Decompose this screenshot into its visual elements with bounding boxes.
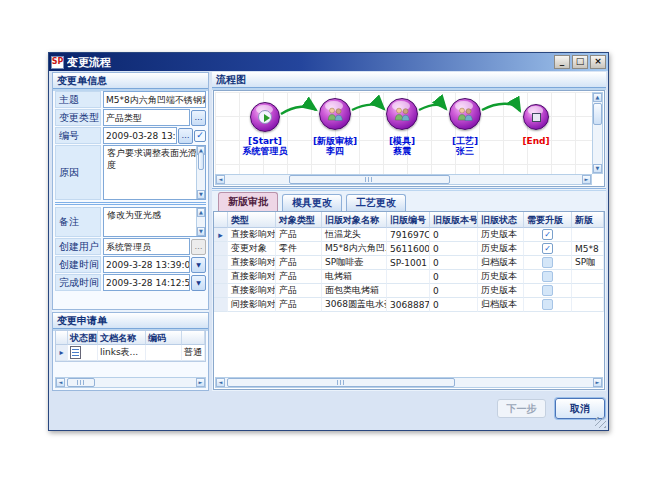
flow-node-users[interactable]: [386, 98, 418, 130]
impact-table-hscrollbar[interactable]: ◄ ►: [215, 377, 603, 388]
cell-r4-c7[interactable]: [524, 270, 572, 284]
cell-r5-c5[interactable]: 0: [430, 284, 478, 298]
code-cell[interactable]: [146, 345, 182, 361]
cell-r5-c2[interactable]: 产品: [276, 284, 322, 298]
cell-r3-c7[interactable]: [524, 256, 572, 270]
finish-time-input[interactable]: 2009-3-28 14:12:50: [103, 274, 190, 291]
upgrade-checkbox-unchecked[interactable]: [542, 299, 553, 310]
cell-r5-c6[interactable]: 历史版本: [478, 284, 524, 298]
scroll-left-icon[interactable]: ◄: [216, 378, 225, 387]
create-time-input[interactable]: 2009-3-28 13:39:01: [103, 256, 190, 273]
scroll-right-icon[interactable]: ►: [582, 175, 591, 184]
cell-r1-c8[interactable]: [572, 228, 604, 242]
doc-name-cell[interactable]: links表...: [98, 345, 146, 361]
reason-scrollbar[interactable]: ▲ ▼: [196, 146, 205, 199]
cancel-button[interactable]: 取消: [555, 398, 605, 419]
flow-vscrollbar[interactable]: ▲ ▼: [592, 92, 603, 174]
cell-r4-c4[interactable]: [387, 270, 430, 284]
cell-r3-c2[interactable]: 产品: [276, 256, 322, 270]
cell-r3-c5[interactable]: 0: [430, 256, 478, 270]
change-type-browse-button[interactable]: …: [191, 110, 206, 126]
resize-grip[interactable]: [595, 417, 606, 428]
doc-cell[interactable]: [68, 345, 98, 361]
close-button[interactable]: ×: [590, 55, 606, 69]
number-browse-button[interactable]: …: [178, 128, 193, 144]
minimize-button[interactable]: _: [554, 55, 570, 69]
cell-r6-c6[interactable]: 归档版本: [478, 298, 524, 312]
cell-r1-c4[interactable]: 791697C: [387, 228, 430, 242]
flow-node-users[interactable]: [319, 98, 351, 130]
cell-r3-c8[interactable]: SP咖: [572, 256, 604, 270]
upgrade-checkbox-unchecked[interactable]: [542, 285, 553, 296]
cell-r3-c6[interactable]: 归档版本: [478, 256, 524, 270]
scroll-down-icon[interactable]: ▼: [197, 227, 205, 236]
upgrade-checkbox-unchecked[interactable]: [542, 257, 553, 268]
cell-r1-c7[interactable]: ✓: [524, 228, 572, 242]
number-checkbox[interactable]: ✓: [194, 130, 206, 142]
tab-1[interactable]: 新版审批: [218, 192, 278, 211]
cell-r1-c1[interactable]: 直接影响对象: [228, 228, 276, 242]
cell-r2-c7[interactable]: ✓: [524, 242, 572, 256]
cell-r3-c1[interactable]: 直接影响对象: [228, 256, 276, 270]
cell-r1-c3[interactable]: 恒温龙头: [322, 228, 387, 242]
finish-time-dropdown-icon[interactable]: ▼: [191, 275, 206, 291]
cell-r6-c1[interactable]: 间接影响对象: [228, 298, 276, 312]
scroll-up-icon[interactable]: ▲: [197, 208, 205, 217]
cell-r5-c7[interactable]: [524, 284, 572, 298]
maximize-button[interactable]: □: [572, 55, 588, 69]
cell-r2-c3[interactable]: M5*8内六角凹...: [322, 242, 387, 256]
flow-node-start[interactable]: [250, 102, 280, 132]
cell-r6-c2[interactable]: 产品: [276, 298, 322, 312]
scroll-right-icon[interactable]: ►: [593, 378, 602, 387]
cell-r6-c8[interactable]: [572, 298, 604, 312]
cell-r3-c3[interactable]: SP咖啡壶: [322, 256, 387, 270]
cell-r4-c1[interactable]: 直接影响对象: [228, 270, 276, 284]
cell-r4-c8[interactable]: [572, 270, 604, 284]
scroll-thumb[interactable]: [289, 175, 450, 184]
cell-r5-c4[interactable]: [387, 284, 430, 298]
cell-r1-c2[interactable]: 产品: [276, 228, 322, 242]
creator-browse-button[interactable]: …: [191, 239, 206, 255]
cell-r2-c6[interactable]: 历史版本: [478, 242, 524, 256]
cell-r4-c5[interactable]: 0: [430, 270, 478, 284]
scroll-up-icon[interactable]: ▲: [593, 93, 602, 102]
cell-r2-c8[interactable]: M5*8: [572, 242, 604, 256]
cell-r6-c7[interactable]: [524, 298, 572, 312]
cell-r6-c4[interactable]: 3068887: [387, 298, 430, 312]
upgrade-checkbox-checked[interactable]: ✓: [542, 229, 553, 240]
upgrade-checkbox-checked[interactable]: ✓: [542, 243, 553, 254]
subject-input[interactable]: M5*8内六角凹端不锈钢紧固螺钉: [103, 91, 206, 108]
remark-scrollbar[interactable]: ▲ ▼: [196, 208, 205, 236]
scroll-left-icon[interactable]: ◄: [216, 175, 225, 184]
scroll-thumb[interactable]: [67, 378, 95, 387]
scroll-down-icon[interactable]: ▼: [593, 164, 602, 173]
request-table-hscrollbar[interactable]: ◄ ►: [55, 377, 206, 388]
scroll-left-icon[interactable]: ◄: [56, 378, 65, 387]
create-time-dropdown-icon[interactable]: ▼: [191, 257, 206, 273]
cell-r4-c6[interactable]: 历史版本: [478, 270, 524, 284]
scroll-thumb[interactable]: [198, 152, 204, 170]
cell-r2-c5[interactable]: 0: [430, 242, 478, 256]
cell-r2-c4[interactable]: 5611600: [387, 242, 430, 256]
tab-2[interactable]: 模具更改: [282, 194, 342, 211]
cell-r3-c4[interactable]: SP-1001: [387, 256, 430, 270]
creator-input[interactable]: 系统管理员: [103, 238, 190, 255]
cell-r6-c3[interactable]: 3068圆盖电水壶: [322, 298, 387, 312]
scroll-thumb[interactable]: [593, 103, 602, 125]
remark-textarea[interactable]: 修改为亚光感 ▲ ▼: [103, 207, 206, 237]
reason-textarea[interactable]: 客户要求调整表面光滑度 ▲ ▼: [103, 145, 206, 200]
cell-r2-c2[interactable]: 零件: [276, 242, 322, 256]
flow-node-end[interactable]: [523, 104, 549, 130]
tab-3[interactable]: 工艺更改: [346, 194, 406, 211]
cell-r5-c8[interactable]: [572, 284, 604, 298]
cell-r2-c1[interactable]: 变更对象: [228, 242, 276, 256]
change-type-input[interactable]: 产品类型: [103, 109, 190, 126]
cell-r1-c6[interactable]: 历史版本: [478, 228, 524, 242]
cell-r4-c3[interactable]: 电烤箱: [322, 270, 387, 284]
cell-r4-c2[interactable]: 产品: [276, 270, 322, 284]
scroll-thumb[interactable]: [227, 378, 455, 387]
scroll-right-icon[interactable]: ►: [196, 378, 205, 387]
scroll-down-icon[interactable]: ▼: [197, 190, 205, 199]
flow-node-users[interactable]: [449, 98, 481, 130]
flow-canvas[interactable]: [Start]系统管理员[新版审核]李四[模具]蔡震[工艺]张三[End]: [215, 92, 593, 175]
